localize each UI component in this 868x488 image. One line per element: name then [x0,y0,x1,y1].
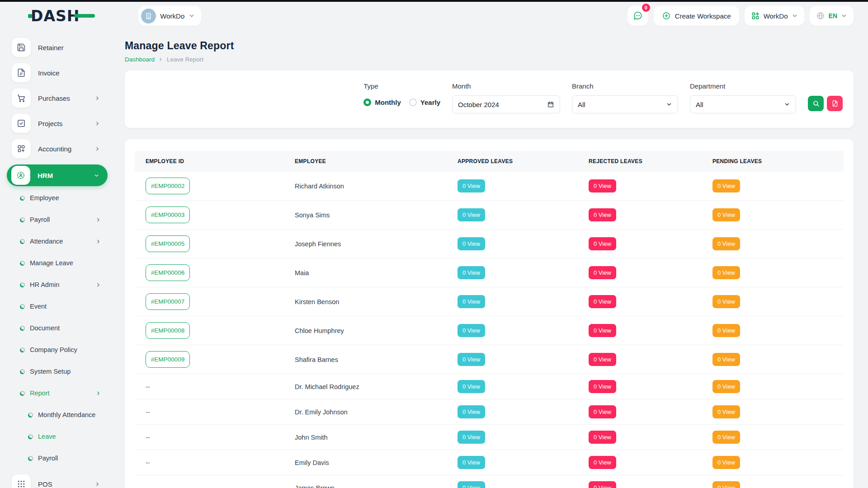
approved-leaves-view-button[interactable]: 0 View [458,405,485,418]
employee-id-empty: -- [146,484,150,488]
sidebar-item-pos[interactable]: POS [12,474,108,488]
radio-monthly[interactable]: Monthly [363,99,401,106]
dot-icon [28,413,33,418]
sidebar-item-hrm[interactable]: HRM [7,164,108,186]
employee-id-badge[interactable]: #EMP00002 [146,178,190,194]
approved-leaves-view-button[interactable]: 0 View [458,456,485,469]
pending-leaves-view-button[interactable]: 0 View [712,179,740,192]
pending-leaves-view-button[interactable]: 0 View [712,481,740,488]
employee-name: Emily Davis [295,459,329,466]
sidebar-item-report[interactable]: Report [20,388,109,399]
rejected-leaves-view-button[interactable]: 0 View [589,208,616,221]
branch-select[interactable]: All [572,95,678,113]
sidebar-item-company-policy[interactable]: Company Policy [20,344,109,355]
rejected-leaves-view-button[interactable]: 0 View [589,179,616,192]
employee-name: Dr. Michael Rodriguez [295,383,359,390]
pending-leaves-view-button[interactable]: 0 View [712,295,740,308]
rejected-leaves-view-button[interactable]: 0 View [589,266,616,279]
sidebar-item-attendance[interactable]: Attendance [20,236,109,247]
rejected-leaves-view-button[interactable]: 0 View [589,380,616,393]
table-row: --John Smith0 View0 View0 View [135,425,844,450]
approved-leaves-view-button[interactable]: 0 View [458,353,485,366]
chevron-down-icon [841,13,847,19]
chevron-right-icon [95,390,101,396]
employee-id-badge[interactable]: #EMP00008 [146,322,190,339]
employee-name: Dr. Emily Johnson [295,408,348,416]
rejected-leaves-view-button[interactable]: 0 View [589,481,616,488]
approved-leaves-view-button[interactable]: 0 View [458,208,485,221]
sidebar-item-employee[interactable]: Employee [20,192,109,203]
approved-leaves-view-button[interactable]: 0 View [458,380,485,393]
column-header-approved-leaves: APPROVED LEAVES [447,151,578,172]
employee-id-badge[interactable]: #EMP00007 [146,293,190,310]
breadcrumb: Dashboard Leave Report [125,56,854,63]
pending-leaves-view-button[interactable]: 0 View [712,380,740,393]
sidebar-item-system-setup[interactable]: System Setup [20,366,109,377]
month-value: October 2024 [458,101,547,108]
sidebar-item-payroll[interactable]: Payroll [20,214,109,225]
sidebar-item-retainer[interactable]: Retainer [12,38,108,57]
approved-leaves-view-button[interactable]: 0 View [458,481,485,488]
sidebar-item-event[interactable]: Event [20,301,109,312]
sidebar-item-invoice[interactable]: Invoice [12,63,108,82]
radio-unselected-icon [409,99,417,106]
pending-leaves-view-button[interactable]: 0 View [712,405,740,418]
rejected-leaves-view-button[interactable]: 0 View [589,237,616,250]
employee-id-badge[interactable]: #EMP00009 [146,351,190,368]
language-selector[interactable]: EN [810,6,854,26]
department-select[interactable]: All [690,95,796,113]
reset-filter-button[interactable] [827,96,843,111]
messages-button[interactable]: 0 [627,6,648,26]
chat-icon [633,11,643,21]
pending-leaves-view-button[interactable]: 0 View [712,324,740,337]
approved-leaves-view-button[interactable]: 0 View [458,179,485,192]
sidebar-item-projects[interactable]: Projects [12,114,108,133]
create-workspace-button[interactable]: Create Workspace [654,6,739,26]
pending-leaves-view-button[interactable]: 0 View [712,353,740,366]
rejected-leaves-view-button[interactable]: 0 View [589,324,616,337]
sidebar-item-monthly-attendance[interactable]: Monthly Attendance [28,409,109,420]
sidebar-item-purchases[interactable]: Purchases [12,89,108,108]
month-input[interactable]: October 2024 [452,95,560,113]
search-button[interactable] [808,96,824,111]
pending-leaves-view-button[interactable]: 0 View [712,266,740,279]
dot-icon [20,304,25,309]
rejected-leaves-view-button[interactable]: 0 View [589,405,616,418]
approved-leaves-view-button[interactable]: 0 View [458,324,485,337]
radio-yearly[interactable]: Yearly [409,99,440,106]
approved-leaves-view-button[interactable]: 0 View [458,431,485,444]
rejected-leaves-view-button[interactable]: 0 View [589,456,616,469]
employee-id-badge[interactable]: #EMP00003 [146,206,190,223]
chevron-right-icon [94,481,100,487]
sidebar-item-label: POS [38,480,52,488]
dot-icon [20,326,25,331]
employee-id-badge[interactable]: #EMP00005 [146,235,190,252]
pending-leaves-view-button[interactable]: 0 View [712,208,740,221]
rejected-leaves-view-button[interactable]: 0 View [589,431,616,444]
rejected-leaves-view-button[interactable]: 0 View [589,353,616,366]
approved-leaves-view-button[interactable]: 0 View [458,237,485,250]
logo-dash [74,14,95,18]
leave-table-body: #EMP00002Richard Atkinson0 View0 View0 V… [135,172,844,488]
approved-leaves-view-button[interactable]: 0 View [458,295,485,308]
breadcrumb-dashboard-link[interactable]: Dashboard [125,56,155,63]
pending-leaves-view-button[interactable]: 0 View [712,431,740,444]
sidebar-item-leave[interactable]: Leave [28,431,109,442]
sidebar-item-payroll[interactable]: Payroll [28,453,109,464]
chevron-right-icon [94,146,100,152]
sidebar-item-hr-admin[interactable]: HR Admin [20,279,109,290]
dot-icon [20,217,25,222]
rejected-leaves-view-button[interactable]: 0 View [589,295,616,308]
pending-leaves-view-button[interactable]: 0 View [712,456,740,469]
workspace-selector[interactable]: WorkDo [138,6,201,26]
dash-logo[interactable]: DASH [28,7,95,25]
sidebar-item-label: Invoice [38,69,60,77]
sidebar-item-manage-leave[interactable]: Manage Leave [20,258,109,268]
workspace-switcher[interactable]: WorkDo [745,6,804,26]
approved-leaves-view-button[interactable]: 0 View [458,266,485,279]
employee-id-badge[interactable]: #EMP00006 [146,264,190,281]
pending-leaves-view-button[interactable]: 0 View [712,237,740,250]
sidebar-item-document[interactable]: Document [20,323,109,333]
sidebar-item-accounting[interactable]: Accounting [12,139,108,158]
employee-id-empty: -- [146,408,150,416]
